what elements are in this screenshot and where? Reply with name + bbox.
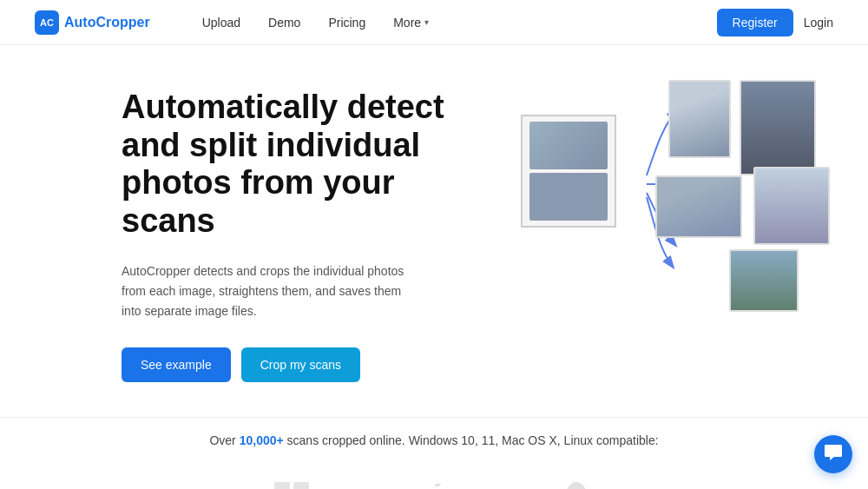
nav-more[interactable]: More ▾ [393,16,429,30]
hero-section: Automatically detect and split individua… [0,45,868,408]
hero-illustration [521,80,816,280]
nav-pricing[interactable]: Pricing [328,16,365,30]
output-photo-2 [740,80,816,175]
output-photo-5 [729,249,799,312]
chevron-down-icon: ▾ [424,17,429,27]
linux-icon [557,480,595,489]
svg-rect-1 [293,482,309,489]
output-photo-3 [655,175,742,238]
hero-content: Automatically detect and split individua… [122,89,486,382]
nav-links: Upload Demo Pricing More ▾ [202,16,717,30]
output-photo-1 [668,80,731,158]
login-button[interactable]: Login [804,16,833,30]
nav-actions: Register Login [717,9,833,36]
chat-bubble-button[interactable] [814,435,852,473]
crop-scans-button[interactable]: Crop my scans [241,347,360,382]
output-photo-4 [753,167,830,245]
stats-highlight: 10,000+ [240,433,284,447]
hero-description: AutoCropper detects and crops the indivi… [122,261,417,321]
nav-upload[interactable]: Upload [202,16,240,30]
logo-icon: AC [35,10,59,35]
nav-demo[interactable]: Demo [268,16,300,30]
svg-point-4 [566,482,587,489]
windows-icon [273,480,311,489]
navbar: AC AutoCropper Upload Demo Pricing More … [0,0,868,45]
svg-rect-0 [274,482,290,489]
apple-icon [415,480,453,489]
logo-link[interactable]: AC AutoCropper [35,10,150,35]
hero-title: Automatically detect and split individua… [122,89,486,241]
stats-suffix: scans cropped online. Windows 10, 11, Ma… [284,433,659,447]
scan-photo-2 [529,173,608,221]
logo-text: AutoCropper [64,15,150,30]
stats-bar: Over 10,000+ scans cropped online. Windo… [0,417,868,463]
hero-buttons: See example Crop my scans [122,347,486,382]
chat-icon [824,443,843,466]
see-example-button[interactable]: See example [122,347,231,382]
stats-prefix: Over [209,433,239,447]
register-button[interactable]: Register [717,9,793,36]
os-icons-row [0,463,868,489]
scan-photo-1 [529,122,608,169]
